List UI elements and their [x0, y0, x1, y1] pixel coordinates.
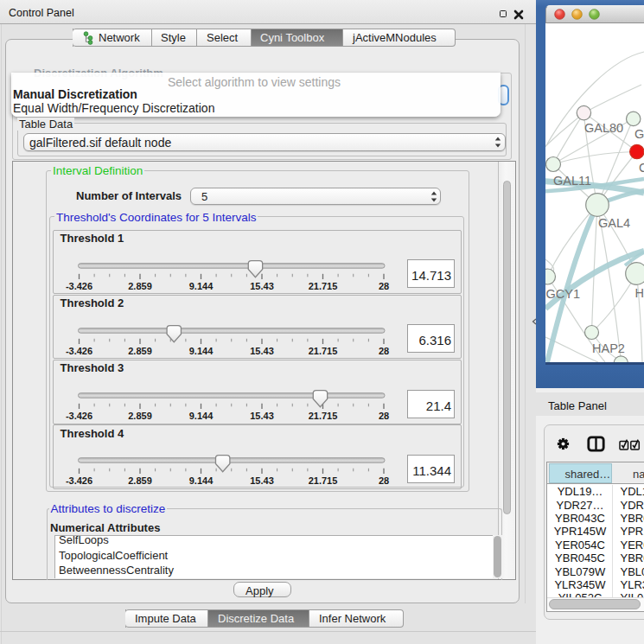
svg-text:28: 28 [378, 346, 388, 356]
svg-text:GAL11: GAL11 [553, 174, 591, 188]
svg-text:2.859: 2.859 [128, 281, 152, 291]
svg-text:2.859: 2.859 [128, 411, 152, 421]
svg-text:HA: HA [635, 286, 644, 300]
svg-text:GCY1: GCY1 [546, 287, 581, 301]
svg-text:28: 28 [378, 476, 388, 487]
svg-text:2.859: 2.859 [128, 476, 152, 487]
svg-text:21.715: 21.715 [308, 476, 337, 487]
svg-text:15.43: 15.43 [250, 346, 274, 356]
svg-text:9.144: 9.144 [188, 476, 213, 487]
svg-text:-3.426: -3.426 [65, 346, 92, 356]
svg-text:9.144: 9.144 [188, 411, 213, 421]
svg-text:21.715: 21.715 [308, 346, 337, 356]
svg-text:15.43: 15.43 [250, 411, 274, 421]
svg-text:GA: GA [634, 127, 644, 141]
svg-text:HAP2: HAP2 [592, 341, 625, 355]
svg-text:-3.426: -3.426 [65, 281, 92, 291]
svg-text:-3.426: -3.426 [65, 476, 92, 487]
svg-text:28: 28 [378, 411, 388, 421]
svg-text:21.715: 21.715 [308, 411, 337, 421]
svg-text:GAL80: GAL80 [584, 121, 623, 135]
svg-text:9.144: 9.144 [188, 346, 213, 356]
svg-text:15.43: 15.43 [250, 476, 274, 487]
svg-text:-3.426: -3.426 [65, 411, 92, 421]
svg-text:C: C [639, 161, 644, 175]
svg-text:28: 28 [378, 281, 388, 291]
svg-text:GAL4: GAL4 [598, 216, 630, 230]
svg-text:15.43: 15.43 [250, 281, 274, 291]
svg-text:2.859: 2.859 [128, 346, 152, 356]
svg-text:21.715: 21.715 [308, 281, 337, 291]
svg-text:9.144: 9.144 [188, 281, 213, 291]
